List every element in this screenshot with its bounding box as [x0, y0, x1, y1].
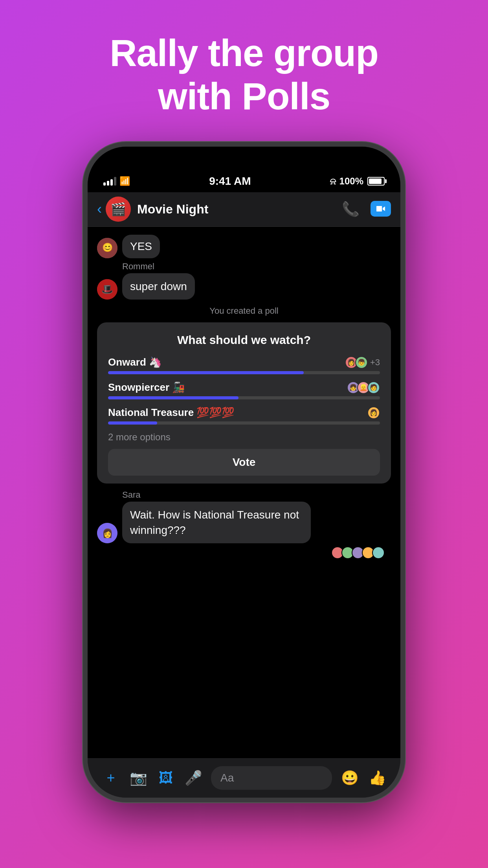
- reaction-avatars: [334, 546, 385, 559]
- emoji-icon[interactable]: 😀: [336, 770, 363, 786]
- phone-content: 📶 9:41 AM ⍾ 100% ‹: [88, 147, 400, 798]
- mic-icon[interactable]: 🎤: [180, 770, 207, 786]
- battery-icon: [367, 177, 385, 186]
- partial-message-row: 😊 YES: [97, 235, 391, 258]
- svg-text:👩: 👩: [102, 528, 113, 539]
- message-input[interactable]: Aa: [211, 766, 332, 790]
- poll-bar-fill-snowpiercer: [108, 396, 238, 399]
- partial-avatar: 😊: [97, 238, 117, 258]
- message-bubble-sara: Wait. How is National Treasure not winni…: [122, 502, 311, 543]
- message-row-rommel: 🎩 super down: [97, 273, 391, 300]
- poll-bar-fill-national-treasure: [108, 421, 157, 425]
- poll-vote-count-onward: +3: [370, 357, 380, 368]
- system-message: You created a poll: [97, 306, 391, 316]
- phone-shell: 📶 9:41 AM ⍾ 100% ‹: [83, 142, 405, 802]
- header-actions: 📞: [342, 201, 391, 217]
- poll-option-label-onward: Onward 🦄: [108, 356, 161, 368]
- partial-bubble: YES: [122, 235, 160, 258]
- video-call-icon[interactable]: [371, 201, 391, 217]
- chat-header: ‹ 🎬 Movie Night 📞: [88, 192, 400, 227]
- vote-avatar-5: 🧑: [367, 381, 380, 394]
- sender-name-rommel: Rommel: [122, 261, 391, 272]
- chat-body: 😊 YES Rommel 🎩: [88, 227, 400, 758]
- poll-more-options: 2 more options: [108, 432, 380, 443]
- poll-option-onward[interactable]: Onward 🦄 👩 👦 +3: [108, 356, 380, 374]
- status-right: ⍾ 100%: [330, 176, 385, 187]
- avatar-sara: 👩: [97, 523, 117, 543]
- headline-line2: with Polls: [158, 75, 330, 117]
- poll-option-snowpiercer[interactable]: Snowpiercer 🚂 👧 👱 🧑: [108, 381, 380, 399]
- poll-vote-button[interactable]: Vote: [108, 449, 380, 476]
- sender-name-sara: Sara: [122, 490, 391, 500]
- group-avatar: 🎬: [106, 197, 131, 222]
- notch: [197, 147, 291, 161]
- message-row-sara: 👩 Wait. How is National Treasure not win…: [97, 502, 391, 543]
- battery-container: [367, 177, 385, 186]
- wifi-icon: 📶: [119, 176, 130, 186]
- vote-avatar-2: 👦: [355, 356, 368, 369]
- avatar-rommel: 🎩: [97, 279, 117, 300]
- battery-fill: [369, 178, 382, 184]
- group-name: Movie Night: [137, 202, 342, 217]
- battery-percent: 100%: [339, 176, 363, 187]
- phone-wrapper: 📶 9:41 AM ⍾ 100% ‹: [0, 142, 488, 802]
- svg-text:😊: 😊: [102, 242, 113, 253]
- svg-text:🎩: 🎩: [101, 283, 113, 295]
- poll-option-national-treasure[interactable]: National Treasure 💯💯💯 👩: [108, 406, 380, 425]
- poll-bar-bg-snowpiercer: [108, 396, 380, 399]
- signal-bars: [103, 177, 116, 186]
- poll-bar-bg-onward: [108, 371, 380, 374]
- message-bubble-super-down: super down: [122, 273, 195, 300]
- poll-question: What should we watch?: [108, 333, 380, 347]
- bluetooth-icon: ⍾: [330, 176, 336, 187]
- reaction-av-5: [372, 546, 385, 559]
- poll-option-label-snowpiercer: Snowpiercer 🚂: [108, 381, 185, 394]
- status-left: 📶: [103, 176, 130, 186]
- headline: Rally the group with Polls: [0, 0, 488, 142]
- status-bar: 📶 9:41 AM ⍾ 100%: [88, 170, 400, 192]
- status-time: 9:41 AM: [209, 175, 251, 188]
- poll-option-avatars-national-treasure: 👩: [370, 406, 380, 419]
- poll-card: What should we watch? Onward 🦄 👩 👦 +3: [97, 322, 391, 484]
- page-background: Rally the group with Polls 📶: [0, 0, 488, 802]
- poll-bar-bg-national-treasure: [108, 421, 380, 425]
- notch-area: [88, 147, 400, 170]
- input-placeholder: Aa: [220, 772, 234, 784]
- vote-avatar-6: 👩: [367, 406, 380, 419]
- bottom-toolbar: + 📷 🖼 🎤 Aa 😀 👍: [88, 758, 400, 798]
- poll-option-avatars-snowpiercer: 👧 👱 🧑: [349, 381, 380, 394]
- reaction-avatars-row: [97, 546, 388, 559]
- poll-bar-fill-onward: [108, 371, 304, 374]
- photo-icon[interactable]: 🖼: [152, 770, 180, 786]
- poll-option-avatars-onward: 👩 👦 +3: [347, 356, 380, 369]
- thumbsup-icon[interactable]: 👍: [363, 770, 391, 786]
- call-icon[interactable]: 📞: [342, 201, 360, 217]
- camera-icon[interactable]: 📷: [125, 770, 152, 786]
- add-icon[interactable]: +: [97, 770, 125, 786]
- headline-line1: Rally the group: [110, 32, 378, 74]
- poll-option-label-national-treasure: National Treasure 💯💯💯: [108, 406, 234, 419]
- back-button[interactable]: ‹: [97, 201, 102, 217]
